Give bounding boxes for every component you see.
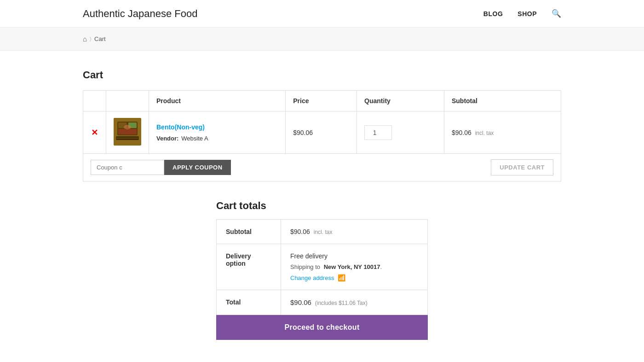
coupon-input[interactable] [91, 160, 164, 175]
nav-blog[interactable]: BLOG [483, 10, 503, 18]
vendor-label: Vendor: [156, 135, 178, 142]
item-subtotal: $90.06 [452, 129, 472, 136]
breadcrumb-bar: ⌂ 〉 Cart [0, 28, 644, 51]
totals-table: Subtotal $90.06 incl. tax Delivery optio… [216, 219, 428, 315]
total-row: Total $90.06 (includes $11.06 Tax) [217, 290, 428, 315]
svg-rect-4 [118, 129, 137, 134]
change-address-row: Change address 📶 [290, 274, 418, 281]
cart-title: Cart [83, 69, 561, 81]
delivery-label: Delivery option [217, 244, 281, 290]
cart-actions: APPLY COUPON UPDATE CART [83, 154, 561, 181]
delivery-value-cell: Free delivery Shipping to New York, NY 1… [281, 244, 428, 290]
vendor-name: Website A [181, 135, 208, 142]
remove-item-button[interactable]: ✕ [91, 128, 98, 137]
apply-coupon-button[interactable]: APPLY COUPON [164, 160, 231, 175]
site-header: Authentic Japanese Food BLOG SHOP 🔍 [0, 0, 644, 28]
delivery-row: Delivery option Free delivery Shipping t… [217, 244, 428, 290]
shipping-location: New York, NY 10017 [324, 263, 380, 270]
product-image-cell [106, 111, 149, 154]
main-nav: BLOG SHOP 🔍 [483, 9, 561, 18]
subtotal-row-value: $90.06 incl. tax [281, 220, 428, 244]
subtotal-amount: $90.06 [290, 228, 310, 235]
product-image [114, 118, 141, 146]
shipping-text: Shipping to [290, 263, 320, 270]
main-content: Cart Product Price Quantity Subtotal ✕ [0, 51, 644, 358]
subtotal-tax-label: incl. tax [475, 130, 494, 136]
nav-shop[interactable]: SHOP [518, 10, 537, 18]
cart-totals-section: Cart totals Subtotal $90.06 incl. tax De… [216, 200, 428, 340]
breadcrumb: ⌂ 〉 Cart [83, 35, 561, 43]
breadcrumb-current: Cart [94, 35, 106, 42]
product-info-cell: Bento(Non-veg) Vendor: Website A [149, 111, 286, 154]
shipping-info: Shipping to New York, NY 10017. [290, 263, 418, 270]
quantity-cell [357, 111, 444, 154]
cart-item-row: ✕ [83, 111, 561, 154]
update-cart-button[interactable]: UPDATE CART [491, 159, 553, 175]
total-tax-note: (includes $11.06 Tax) [315, 300, 368, 306]
col-product-header: Product [149, 91, 286, 111]
checkout-button[interactable]: Proceed to checkout [216, 315, 428, 340]
quantity-input[interactable] [364, 125, 392, 140]
col-remove-header [83, 91, 106, 111]
shipping-period: . [380, 263, 382, 270]
item-price: $90.06 [293, 129, 313, 136]
site-title[interactable]: Authentic Japanese Food [83, 8, 198, 20]
change-address-link[interactable]: Change address [290, 274, 334, 281]
coupon-area: APPLY COUPON [91, 160, 231, 175]
col-subtotal-header: Subtotal [444, 91, 561, 111]
total-label: Total [217, 290, 281, 315]
col-quantity-header: Quantity [357, 91, 444, 111]
price-cell: $90.06 [286, 111, 357, 154]
col-price-header: Price [286, 91, 357, 111]
change-address-icon: 📶 [338, 274, 345, 281]
subtotal-incl-tax: incl. tax [314, 229, 333, 235]
remove-cell: ✕ [83, 111, 106, 154]
total-amount: $90.06 [290, 298, 311, 306]
product-name-link[interactable]: Bento(Non-veg) [156, 123, 278, 131]
subtotal-row: Subtotal $90.06 incl. tax [217, 220, 428, 244]
svg-point-7 [124, 125, 131, 129]
subtotal-row-label: Subtotal [217, 220, 281, 244]
bento-box-image [114, 118, 141, 146]
home-icon[interactable]: ⌂ [83, 35, 87, 43]
col-image-header [106, 91, 149, 111]
svg-rect-6 [116, 137, 139, 139]
breadcrumb-separator: 〉 [90, 36, 92, 42]
cart-table: Product Price Quantity Subtotal ✕ [83, 90, 561, 154]
cart-table-header-row: Product Price Quantity Subtotal [83, 91, 561, 111]
search-icon[interactable]: 🔍 [552, 9, 561, 18]
subtotal-cell: $90.06 incl. tax [444, 111, 561, 154]
total-value-cell: $90.06 (includes $11.06 Tax) [281, 290, 428, 315]
cart-totals-title: Cart totals [216, 200, 428, 212]
delivery-option-value: Free delivery [290, 252, 418, 260]
